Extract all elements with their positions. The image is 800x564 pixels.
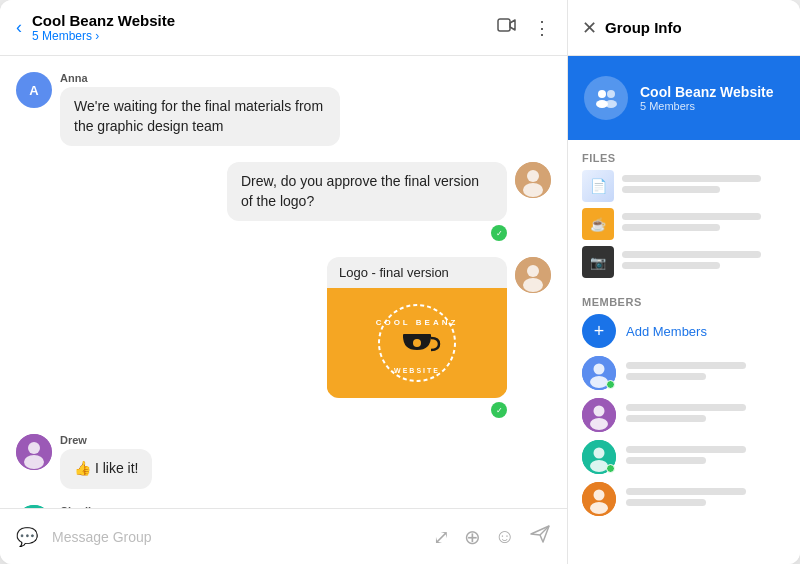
group-info-panel: ✕ Group Info Cool Beanz Website 5 Member… [568,0,800,564]
member-avatar [582,356,616,390]
message-row: A Anna We're waiting for the final mater… [16,72,551,146]
member-avatar [582,398,616,432]
online-indicator [606,464,615,473]
message-bubble: 👍 I like it! [60,449,152,489]
message-content: Drew 👍 I like it! [60,434,152,489]
chat-header-info: Cool Beanz Website 5 Members › [32,12,497,43]
file-line [622,175,761,182]
member-info [626,446,786,468]
close-button[interactable]: ✕ [582,17,597,39]
file-thumbnail: 📷 [582,246,614,278]
message-content: Logo - final version COOL BEANZ [327,257,507,418]
members-section-label: MEMBERS [568,284,800,314]
read-dot: ✓ [491,225,507,241]
chat-header: ‹ Cool Beanz Website 5 Members › ⋮ [0,0,567,56]
group-banner-info: Cool Beanz Website 5 Members [640,84,774,112]
file-item[interactable]: 📷 [582,246,786,278]
file-message: Logo - final version COOL BEANZ [327,257,507,398]
member-info [626,362,786,384]
member-name-line [626,362,746,369]
send-icon[interactable] [529,524,551,549]
file-line [622,186,720,193]
svg-rect-0 [498,19,510,31]
svg-text:COOL BEANZ: COOL BEANZ [376,318,459,327]
member-avatar [582,440,616,474]
members-count[interactable]: 5 Members › [32,29,497,43]
member-role-line [626,457,706,464]
member-role-line [626,373,706,380]
group-icon [584,76,628,120]
logo-image: COOL BEANZ WEBSITE [327,288,507,398]
member-avatar [582,482,616,516]
message-bubble: We're waiting for the final materials fr… [60,87,340,146]
members-list: + Add Members [568,314,800,530]
read-dot: ✓ [491,402,507,418]
svg-point-2 [527,170,539,182]
message-content: Drew, do you approve the final version o… [227,162,507,241]
member-role-line [626,415,706,422]
message-row: Drew, do you approve the final version o… [16,162,551,241]
video-icon[interactable] [497,17,517,38]
add-members-button[interactable]: + Add Members [582,314,786,348]
message-sender: Anna [60,72,340,84]
add-icon[interactable]: ⊕ [464,525,481,549]
svg-point-20 [598,90,606,98]
group-banner-name: Cool Beanz Website [640,84,774,100]
read-receipt: ✓ [491,225,507,241]
messages-area: A Anna We're waiting for the final mater… [0,56,567,508]
file-thumbnail: 📄 [582,170,614,202]
svg-point-5 [527,265,539,277]
message-row: Drew 👍 I like it! [16,434,551,489]
member-item[interactable] [582,398,786,432]
more-icon[interactable]: ⋮ [533,17,551,39]
file-info [622,175,786,197]
svg-point-31 [594,448,605,459]
avatar: A [16,72,52,108]
file-info [622,213,786,235]
expand-icon[interactable]: ⤢ [433,525,450,549]
header-icons: ⋮ [497,17,551,39]
file-line [622,262,720,269]
svg-text:WEBSITE: WEBSITE [394,367,440,374]
svg-point-23 [605,100,617,108]
member-item[interactable] [582,482,786,516]
read-receipt: ✓ [491,402,507,418]
file-line [622,213,761,220]
svg-point-21 [607,90,615,98]
file-thumbnail: ☕ [582,208,614,240]
member-name-line [626,488,746,495]
member-name-line [626,404,746,411]
file-item[interactable]: 📄 [582,170,786,202]
avatar [515,257,551,293]
group-info-header: ✕ Group Info [568,0,800,56]
group-banner: Cool Beanz Website 5 Members [568,56,800,140]
file-item[interactable]: ☕ [582,208,786,240]
svg-point-28 [594,406,605,417]
svg-point-29 [590,418,608,430]
avatar [515,162,551,198]
message-input[interactable]: Message Group [52,529,419,545]
message-icon: 💬 [16,526,38,548]
group-info-title: Group Info [605,19,682,36]
file-line [622,224,720,231]
message-placeholder: Message Group [52,529,152,545]
member-item[interactable] [582,356,786,390]
back-button[interactable]: ‹ [16,17,22,38]
svg-point-14 [28,442,40,454]
member-role-line [626,499,706,506]
svg-point-3 [523,183,543,197]
app-container: ‹ Cool Beanz Website 5 Members › ⋮ A [0,0,800,564]
file-label: Logo - final version [327,257,507,288]
add-member-label: Add Members [626,324,707,339]
member-info [626,488,786,510]
member-item[interactable] [582,440,786,474]
svg-point-15 [24,455,44,469]
online-indicator [606,380,615,389]
chat-panel: ‹ Cool Beanz Website 5 Members › ⋮ A [0,0,568,564]
svg-point-11 [413,339,421,347]
emoji-icon[interactable]: ☺ [495,525,515,548]
file-info [622,251,786,273]
chat-footer: 💬 Message Group ⤢ ⊕ ☺ [0,508,567,564]
file-line [622,251,761,258]
svg-point-35 [590,502,608,514]
